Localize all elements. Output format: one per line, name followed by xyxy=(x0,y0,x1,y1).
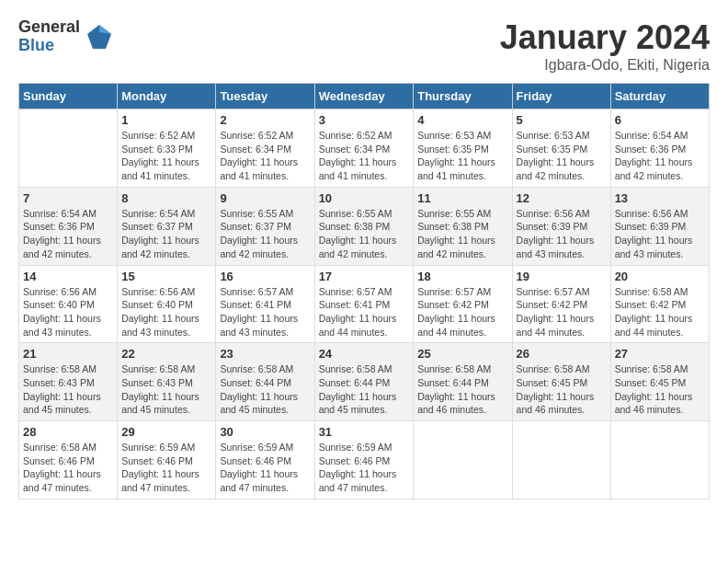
calendar-cell: 8 Sunrise: 6:54 AMSunset: 6:37 PMDayligh… xyxy=(118,187,216,265)
logo-icon xyxy=(85,23,113,51)
day-number: 10 xyxy=(319,191,410,205)
calendar-cell: 29 Sunrise: 6:59 AMSunset: 6:46 PMDaylig… xyxy=(118,421,216,500)
day-info: Sunrise: 6:57 AMSunset: 6:42 PMDaylight:… xyxy=(417,285,507,339)
day-number: 9 xyxy=(220,191,310,205)
day-number: 7 xyxy=(23,191,113,205)
day-number: 12 xyxy=(517,191,607,205)
calendar-cell: 30 Sunrise: 6:59 AMSunset: 6:46 PMDaylig… xyxy=(216,421,314,500)
day-number: 24 xyxy=(319,347,410,361)
calendar-cell xyxy=(512,421,610,500)
calendar-cell: 2 Sunrise: 6:52 AMSunset: 6:34 PMDayligh… xyxy=(216,109,314,188)
day-header-friday: Friday xyxy=(512,84,610,109)
day-info: Sunrise: 6:52 AMSunset: 6:34 PMDaylight:… xyxy=(220,129,310,183)
calendar-cell: 16 Sunrise: 6:57 AMSunset: 6:41 PMDaylig… xyxy=(216,265,314,343)
calendar-cell: 20 Sunrise: 6:58 AMSunset: 6:42 PMDaylig… xyxy=(610,265,709,343)
calendar-cell: 18 Sunrise: 6:57 AMSunset: 6:42 PMDaylig… xyxy=(414,265,512,343)
calendar-cell: 13 Sunrise: 6:56 AMSunset: 6:39 PMDaylig… xyxy=(610,187,709,265)
day-info: Sunrise: 6:55 AMSunset: 6:37 PMDaylight:… xyxy=(220,207,310,261)
day-info: Sunrise: 6:58 AMSunset: 6:45 PMDaylight:… xyxy=(615,362,705,417)
day-info: Sunrise: 6:59 AMSunset: 6:46 PMDaylight:… xyxy=(121,441,211,495)
calendar-week-row: 21 Sunrise: 6:58 AMSunset: 6:43 PMDaylig… xyxy=(19,343,710,421)
day-number: 31 xyxy=(319,425,410,439)
logo: General Blue xyxy=(18,18,113,55)
day-number: 21 xyxy=(23,347,113,361)
day-info: Sunrise: 6:56 AMSunset: 6:40 PMDaylight:… xyxy=(23,285,113,339)
day-header-sunday: Sunday xyxy=(19,84,118,109)
day-info: Sunrise: 6:57 AMSunset: 6:41 PMDaylight:… xyxy=(220,285,310,339)
calendar-cell: 24 Sunrise: 6:58 AMSunset: 6:44 PMDaylig… xyxy=(314,343,414,421)
day-number: 27 xyxy=(615,347,705,361)
calendar-cell: 31 Sunrise: 6:59 AMSunset: 6:46 PMDaylig… xyxy=(314,421,414,500)
calendar-cell: 7 Sunrise: 6:54 AMSunset: 6:36 PMDayligh… xyxy=(19,187,118,265)
day-info: Sunrise: 6:58 AMSunset: 6:46 PMDaylight:… xyxy=(23,441,113,495)
subtitle: Igbara-Odo, Ekiti, Nigeria xyxy=(500,57,710,74)
day-number: 26 xyxy=(517,347,607,361)
day-number: 14 xyxy=(23,270,113,283)
day-header-monday: Monday xyxy=(118,84,216,109)
day-number: 2 xyxy=(220,113,310,127)
calendar-cell: 19 Sunrise: 6:57 AMSunset: 6:42 PMDaylig… xyxy=(512,265,610,343)
calendar-cell: 3 Sunrise: 6:52 AMSunset: 6:34 PMDayligh… xyxy=(314,109,414,188)
day-info: Sunrise: 6:54 AMSunset: 6:36 PMDaylight:… xyxy=(23,207,113,261)
day-info: Sunrise: 6:52 AMSunset: 6:33 PMDaylight:… xyxy=(121,129,211,183)
day-number: 23 xyxy=(220,347,310,361)
day-info: Sunrise: 6:53 AMSunset: 6:35 PMDaylight:… xyxy=(517,129,607,183)
day-number: 16 xyxy=(220,270,310,283)
calendar-cell: 10 Sunrise: 6:55 AMSunset: 6:38 PMDaylig… xyxy=(314,187,414,265)
day-info: Sunrise: 6:59 AMSunset: 6:46 PMDaylight:… xyxy=(319,441,410,495)
calendar-cell: 27 Sunrise: 6:58 AMSunset: 6:45 PMDaylig… xyxy=(610,343,709,421)
calendar-cell: 22 Sunrise: 6:58 AMSunset: 6:43 PMDaylig… xyxy=(118,343,216,421)
day-info: Sunrise: 6:57 AMSunset: 6:42 PMDaylight:… xyxy=(517,285,607,339)
day-header-saturday: Saturday xyxy=(610,84,709,109)
day-number: 3 xyxy=(319,113,410,127)
day-number: 30 xyxy=(220,425,310,439)
day-number: 1 xyxy=(121,113,211,127)
calendar-week-row: 28 Sunrise: 6:58 AMSunset: 6:46 PMDaylig… xyxy=(19,421,710,500)
day-info: Sunrise: 6:58 AMSunset: 6:43 PMDaylight:… xyxy=(121,362,211,417)
day-header-thursday: Thursday xyxy=(414,84,512,109)
calendar-cell xyxy=(19,109,118,188)
calendar-cell: 5 Sunrise: 6:53 AMSunset: 6:35 PMDayligh… xyxy=(512,109,610,188)
day-info: Sunrise: 6:56 AMSunset: 6:39 PMDaylight:… xyxy=(615,207,705,261)
day-info: Sunrise: 6:58 AMSunset: 6:42 PMDaylight:… xyxy=(615,285,705,339)
day-number: 29 xyxy=(121,425,211,439)
day-info: Sunrise: 6:52 AMSunset: 6:34 PMDaylight:… xyxy=(319,129,410,183)
day-number: 17 xyxy=(319,270,410,283)
calendar-cell: 26 Sunrise: 6:58 AMSunset: 6:45 PMDaylig… xyxy=(512,343,610,421)
calendar-week-row: 14 Sunrise: 6:56 AMSunset: 6:40 PMDaylig… xyxy=(19,265,710,343)
page-header: General Blue January 2024 Igbara-Odo, Ek… xyxy=(18,18,710,74)
calendar-cell: 25 Sunrise: 6:58 AMSunset: 6:44 PMDaylig… xyxy=(414,343,512,421)
calendar-cell: 4 Sunrise: 6:53 AMSunset: 6:35 PMDayligh… xyxy=(414,109,512,188)
calendar-cell: 23 Sunrise: 6:58 AMSunset: 6:44 PMDaylig… xyxy=(216,343,314,421)
calendar-cell xyxy=(414,421,512,500)
calendar-cell: 28 Sunrise: 6:58 AMSunset: 6:46 PMDaylig… xyxy=(19,421,118,500)
calendar-week-row: 7 Sunrise: 6:54 AMSunset: 6:36 PMDayligh… xyxy=(19,187,710,265)
day-info: Sunrise: 6:58 AMSunset: 6:44 PMDaylight:… xyxy=(319,362,410,417)
day-header-tuesday: Tuesday xyxy=(216,84,314,109)
day-number: 18 xyxy=(417,270,507,283)
day-info: Sunrise: 6:54 AMSunset: 6:37 PMDaylight:… xyxy=(121,207,211,261)
calendar-table: SundayMondayTuesdayWednesdayThursdayFrid… xyxy=(18,83,710,500)
day-number: 6 xyxy=(615,113,705,127)
day-header-wednesday: Wednesday xyxy=(314,84,414,109)
day-info: Sunrise: 6:53 AMSunset: 6:35 PMDaylight:… xyxy=(417,129,507,183)
calendar-cell: 21 Sunrise: 6:58 AMSunset: 6:43 PMDaylig… xyxy=(19,343,118,421)
day-info: Sunrise: 6:59 AMSunset: 6:46 PMDaylight:… xyxy=(220,441,310,495)
day-number: 15 xyxy=(121,270,211,283)
day-number: 11 xyxy=(417,191,507,205)
day-number: 8 xyxy=(121,191,211,205)
day-info: Sunrise: 6:58 AMSunset: 6:44 PMDaylight:… xyxy=(220,362,310,417)
day-number: 25 xyxy=(417,347,507,361)
day-number: 22 xyxy=(121,347,211,361)
calendar-cell xyxy=(610,421,709,500)
day-info: Sunrise: 6:57 AMSunset: 6:41 PMDaylight:… xyxy=(319,285,410,339)
day-info: Sunrise: 6:58 AMSunset: 6:44 PMDaylight:… xyxy=(417,362,507,417)
day-number: 28 xyxy=(23,425,113,439)
day-info: Sunrise: 6:58 AMSunset: 6:43 PMDaylight:… xyxy=(23,362,113,417)
calendar-cell: 17 Sunrise: 6:57 AMSunset: 6:41 PMDaylig… xyxy=(314,265,414,343)
day-info: Sunrise: 6:55 AMSunset: 6:38 PMDaylight:… xyxy=(417,207,507,261)
calendar-cell: 11 Sunrise: 6:55 AMSunset: 6:38 PMDaylig… xyxy=(414,187,512,265)
calendar-week-row: 1 Sunrise: 6:52 AMSunset: 6:33 PMDayligh… xyxy=(19,109,710,188)
day-info: Sunrise: 6:54 AMSunset: 6:36 PMDaylight:… xyxy=(615,129,705,183)
calendar-cell: 6 Sunrise: 6:54 AMSunset: 6:36 PMDayligh… xyxy=(610,109,709,188)
